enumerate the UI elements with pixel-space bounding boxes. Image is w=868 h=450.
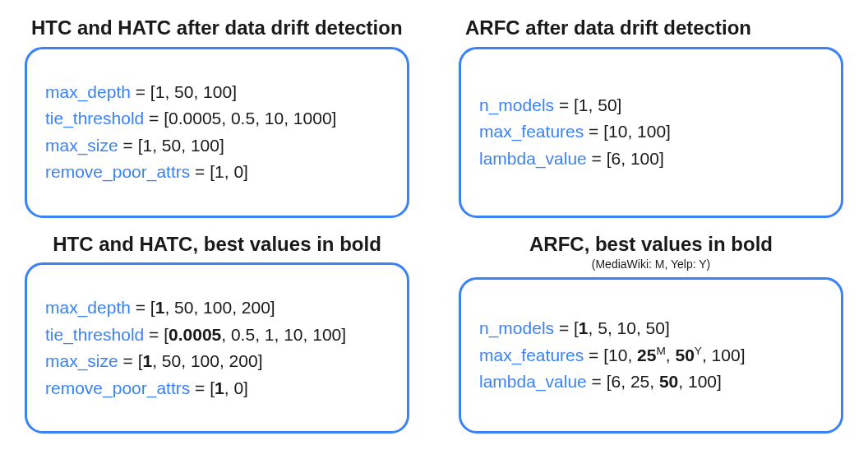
param-name: remove_poor_attrs [45,378,190,397]
param-value: 6 [612,372,621,391]
param-value: 10 [608,122,627,141]
param-line: max_size = [1, 50, 100, 200] [45,348,389,375]
equals-sign: = [190,162,210,181]
param-line: max_depth = [1, 50, 100, 200] [45,295,389,322]
param-value: 1 [155,82,165,101]
param-value: 0 [233,378,243,397]
equals-sign: = [587,372,607,391]
param-box: n_models = [1, 5, 10, 50]max_features = … [459,277,843,434]
param-value: 25 [630,372,649,391]
param-value: 1 [142,136,152,155]
param-value: 50 [174,298,193,317]
param-box: n_models = [1, 50]max_features = [10, 10… [459,47,843,218]
param-name: max_size [45,136,118,155]
param-value: 0.5 [231,109,255,128]
panel-title: HTC and HATC after data drift detection [31,16,409,40]
param-line: n_models = [1, 5, 10, 50] [479,315,823,342]
param-value: 50 [659,372,678,391]
param-value: 100 [688,372,717,391]
param-line: max_features = [10, 25M, 50Y, 100] [479,342,823,369]
param-value: 50 [162,136,181,155]
param-name: n_models [479,95,554,114]
equals-sign: = [554,318,574,337]
param-value-superscript: Y [695,345,702,357]
param-value: 1 [265,325,275,344]
panel-title-block: HTC and HATC after data drift detection [25,16,409,40]
panel-title-block: ARFC, best values in bold(MediaWiki: M, … [459,233,843,271]
param-value: 1 [579,95,589,114]
param-box: max_depth = [1, 50, 100, 200]tie_thresho… [25,262,409,434]
param-values: [1, 0] [210,378,248,397]
param-value: 0.0005 [169,325,221,344]
panel: ARFC after data drift detectionn_models … [459,16,843,218]
param-value: 10 [284,325,302,344]
panel: ARFC, best values in bold(MediaWiki: M, … [459,233,843,434]
param-name: lambda_value [479,149,587,168]
param-values: [10, 25M, 50Y, 100] [603,346,745,364]
equals-sign: = [118,136,138,155]
param-value: 10 [608,346,627,364]
panel-grid: HTC and HATC after data drift detectionm… [25,16,843,434]
param-value: 200 [242,298,270,317]
param-line: tie_threshold = [0.0005, 0.5, 1, 10, 100… [45,322,389,349]
param-value: 6 [612,149,621,168]
param-value: 50 [174,82,193,101]
param-value: 10 [617,318,636,337]
param-line: max_size = [1, 50, 100] [45,132,389,160]
param-value: 100 [630,149,659,168]
param-name: tie_threshold [45,325,144,344]
param-value: 1 [142,351,152,370]
param-value: 1000 [293,109,332,128]
equals-sign: = [131,298,150,317]
param-value-superscript: M [656,345,665,357]
param-values: [1, 5, 10, 50] [574,318,670,337]
param-name: remove_poor_attrs [45,162,190,181]
param-value: 100 [191,136,219,155]
param-value: 10 [265,109,284,128]
param-values: [10, 100] [603,122,671,141]
panel-title: ARFC, best values in bold [459,233,843,257]
param-value: 100 [712,346,741,364]
param-value: 50 [162,351,181,370]
param-value: 50 [646,318,665,337]
param-name: max_depth [45,298,131,317]
param-value: 1 [215,162,224,181]
param-value: 100 [203,298,232,317]
param-value: 1 [215,378,224,397]
param-value: 1 [155,298,165,317]
panel-title-block: ARFC after data drift detection [459,16,843,40]
param-value: 100 [203,82,232,101]
param-line: max_features = [10, 100] [479,118,823,146]
param-values: [6, 100] [607,149,664,168]
param-values: [1, 50, 100, 200] [138,351,263,370]
param-name: max_features [479,346,584,364]
param-name: n_models [479,318,554,337]
param-line: lambda_value = [6, 25, 50, 100] [479,369,823,396]
param-name: max_features [479,122,584,141]
param-line: remove_poor_attrs = [1, 0] [45,375,389,402]
param-values: [1, 50, 100] [150,82,237,101]
param-line: max_depth = [1, 50, 100] [45,79,389,106]
panel-title-block: HTC and HATC, best values in bold [25,233,409,257]
equals-sign: = [144,325,164,344]
param-value: 100 [637,122,666,141]
param-line: tie_threshold = [0.0005, 0.5, 10, 1000] [45,105,389,132]
panel-title: ARFC after data drift detection [465,16,843,40]
param-name: max_depth [45,82,131,101]
param-value: 50 [598,95,616,114]
equals-sign: = [118,351,138,370]
param-value: 200 [229,351,258,370]
equals-sign: = [584,346,603,364]
equals-sign: = [554,95,574,114]
param-value: 1 [579,318,589,337]
param-value: 50 [675,346,694,364]
param-value: 0.5 [231,325,255,344]
param-name: lambda_value [479,372,587,391]
equals-sign: = [584,122,603,141]
param-value: 0.0005 [169,109,221,128]
panel-title: HTC and HATC, best values in bold [25,233,409,257]
equals-sign: = [190,378,210,397]
panel-subtitle: (MediaWiki: M, Yelp: Y) [459,257,843,271]
param-line: lambda_value = [6, 100] [479,146,823,173]
param-box: max_depth = [1, 50, 100]tie_threshold = … [25,47,409,218]
